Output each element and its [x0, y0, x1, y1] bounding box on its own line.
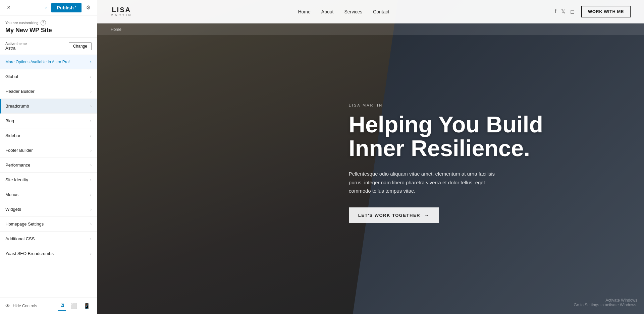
- mobile-view-button[interactable]: 📱: [82, 301, 92, 311]
- menu-item-label: Blog: [5, 118, 14, 123]
- chevron-icon: ›: [90, 222, 92, 227]
- change-theme-button[interactable]: Change: [69, 42, 92, 50]
- chevron-icon: ›: [90, 251, 92, 256]
- menu-item-label: Additional CSS: [5, 236, 35, 241]
- menu-item-label: Homepage Settings: [5, 222, 44, 227]
- cta-label: LET'S WORK TOGETHER: [358, 213, 420, 218]
- hero-heading-line1: Helping You Build: [349, 111, 543, 137]
- chevron-icon: ›: [90, 148, 92, 153]
- instagram-icon[interactable]: ◻: [570, 8, 575, 15]
- menu-item-label: Breadcrumb: [5, 104, 29, 109]
- help-icon[interactable]: ?: [41, 20, 46, 25]
- sidebar-item-menus[interactable]: Menus›: [0, 187, 97, 202]
- sidebar-item-site-identity[interactable]: Site Identity›: [0, 173, 97, 187]
- publish-area: → Publish ' ⚙: [41, 3, 93, 12]
- cta-arrow-icon: →: [424, 213, 429, 218]
- sidebar-item-header-builder[interactable]: Header Builder›: [0, 84, 97, 99]
- settings-gear-button[interactable]: ⚙: [84, 3, 93, 12]
- theme-info: Active theme Astra: [5, 42, 27, 51]
- nav-contact[interactable]: Contact: [373, 9, 389, 14]
- arrow-indicator: →: [41, 4, 48, 11]
- social-icons: f 𝕏 ◻: [555, 8, 574, 15]
- menu-item-label: Menus: [5, 192, 18, 197]
- sidebar-item-homepage-settings[interactable]: Homepage Settings›: [0, 217, 97, 232]
- customizer-header: × → Publish ' ⚙: [0, 0, 97, 15]
- menu-item-label: Sidebar: [5, 133, 20, 138]
- cta-button[interactable]: LET'S WORK TOGETHER →: [349, 207, 439, 223]
- site-nav: Home About Services Contact: [298, 9, 389, 14]
- menu-item-label: Performance: [5, 163, 30, 168]
- chevron-icon: ›: [90, 163, 92, 168]
- menu-item-label: Site Identity: [5, 177, 28, 182]
- nav-services[interactable]: Services: [344, 9, 362, 14]
- facebook-icon[interactable]: f: [555, 8, 556, 15]
- customizer-footer: 👁 Hide Controls 🖥 ⬜ 📱: [0, 298, 97, 314]
- menu-item-label: Header Builder: [5, 89, 35, 94]
- site-logo: LISA MARTIN: [111, 6, 132, 17]
- device-switcher: 🖥 ⬜ 📱: [58, 301, 92, 311]
- sidebar-item-sidebar[interactable]: Sidebar›: [0, 128, 97, 143]
- hero-content: LISA MARTIN Helping You Build Inner Resi…: [349, 103, 622, 223]
- breadcrumb-bar: Home: [97, 23, 644, 35]
- hero-description: Pellentesque odio aliquam vitae amet, el…: [349, 170, 503, 195]
- theme-label: Active theme: [5, 42, 27, 46]
- menu-item-label: Footer Builder: [5, 148, 33, 153]
- preview-area: LISA MARTIN Home About Services Contact …: [97, 0, 644, 314]
- menu-item-label: Widgets: [5, 207, 21, 212]
- theme-section: Active theme Astra Change: [0, 38, 97, 55]
- activate-line1: Activate Windows: [574, 298, 637, 303]
- breadcrumb-text: Home: [111, 27, 121, 32]
- sidebar-item-footer-builder[interactable]: Footer Builder›: [0, 143, 97, 158]
- sidebar-item-yoast-seo[interactable]: Yoast SEO Breadcrumbs›: [0, 246, 97, 261]
- preview-content: LISA MARTIN Home About Services Contact …: [97, 0, 644, 314]
- activate-windows-notice: Activate Windows Go to Settings to activ…: [574, 298, 637, 307]
- customizer-menu-list: More Options Available in Astra Pro!›Glo…: [0, 55, 97, 298]
- chevron-icon: ›: [90, 74, 92, 79]
- activate-line2: Go to Settings to activate Windows.: [574, 303, 637, 307]
- chevron-icon: ›: [90, 119, 92, 123]
- nav-home[interactable]: Home: [298, 9, 310, 14]
- work-with-me-button[interactable]: WORK WITH ME: [581, 6, 631, 17]
- desktop-view-button[interactable]: 🖥: [58, 301, 66, 311]
- customizer-panel: × → Publish ' ⚙ You are customizing ? My…: [0, 0, 97, 314]
- customizing-label: You are customizing ?: [5, 20, 92, 25]
- sidebar-item-breadcrumb[interactable]: Breadcrumb›: [0, 99, 97, 114]
- logo-name: LISA: [112, 6, 131, 13]
- site-header: LISA MARTIN Home About Services Contact …: [97, 0, 644, 23]
- menu-item-label: Yoast SEO Breadcrumbs: [5, 251, 54, 256]
- sidebar-item-global[interactable]: Global›: [0, 69, 97, 84]
- chevron-icon: ›: [90, 133, 92, 138]
- customizer-info: You are customizing ? My New WP Site: [0, 15, 97, 38]
- hero-heading-line2: Inner Resilience.: [349, 135, 530, 161]
- theme-name: Astra: [5, 46, 27, 51]
- logo-sub: MARTIN: [111, 14, 132, 17]
- chevron-icon: ›: [90, 60, 92, 64]
- menu-item-label: Global: [5, 74, 18, 79]
- chevron-icon: ›: [90, 237, 92, 241]
- hero-author-label: LISA MARTIN: [349, 103, 622, 107]
- sidebar-item-astra-pro[interactable]: More Options Available in Astra Pro!›: [0, 55, 97, 69]
- twitter-icon[interactable]: 𝕏: [561, 8, 566, 15]
- chevron-icon: ›: [90, 104, 92, 109]
- sidebar-item-additional-css[interactable]: Additional CSS›: [0, 232, 97, 246]
- eye-icon: 👁: [5, 303, 10, 309]
- site-name: My New WP Site: [5, 27, 92, 34]
- chevron-icon: ›: [90, 207, 92, 212]
- nav-about[interactable]: About: [321, 9, 334, 14]
- close-button[interactable]: ×: [4, 3, 13, 12]
- hide-controls-button[interactable]: 👁 Hide Controls: [5, 303, 37, 309]
- publish-button[interactable]: Publish ': [51, 3, 82, 12]
- sidebar-item-widgets[interactable]: Widgets›: [0, 202, 97, 217]
- nav-right: f 𝕏 ◻ WORK WITH ME: [555, 6, 631, 17]
- tablet-view-button[interactable]: ⬜: [69, 301, 79, 311]
- chevron-icon: ›: [90, 89, 92, 94]
- hero-heading: Helping You Build Inner Resilience.: [349, 112, 622, 160]
- sidebar-item-blog[interactable]: Blog›: [0, 114, 97, 128]
- chevron-icon: ›: [90, 192, 92, 197]
- chevron-icon: ›: [90, 178, 92, 182]
- sidebar-item-performance[interactable]: Performance›: [0, 158, 97, 173]
- menu-item-label: More Options Available in Astra Pro!: [5, 60, 70, 64]
